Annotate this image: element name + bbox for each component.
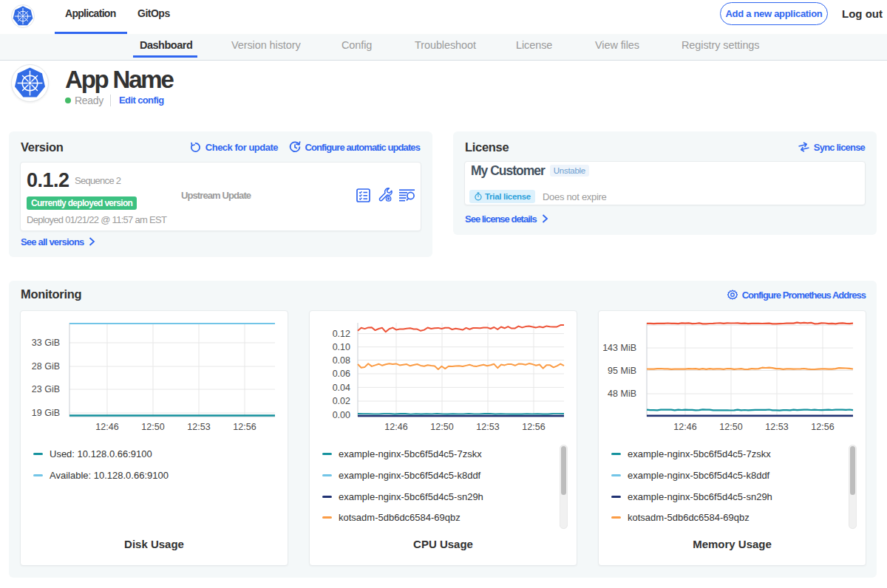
svg-text:0.06: 0.06: [333, 369, 350, 379]
svg-text:12:50: 12:50: [719, 422, 742, 432]
svg-text:12:53: 12:53: [187, 422, 210, 432]
svg-text:28 GiB: 28 GiB: [32, 361, 60, 372]
svg-text:12:53: 12:53: [476, 422, 499, 432]
svg-text:12:50: 12:50: [430, 422, 453, 432]
svg-text:0.08: 0.08: [333, 355, 350, 366]
svg-text:48 MiB: 48 MiB: [608, 389, 636, 399]
svg-text:19 GiB: 19 GiB: [32, 408, 60, 418]
svg-text:12:56: 12:56: [522, 422, 545, 432]
svg-text:33 GiB: 33 GiB: [32, 338, 60, 348]
svg-text:12:53: 12:53: [765, 422, 788, 432]
svg-text:12:56: 12:56: [811, 422, 834, 432]
svg-text:95 MiB: 95 MiB: [608, 366, 636, 376]
svg-text:0.00: 0.00: [333, 410, 350, 420]
svg-text:12:46: 12:46: [384, 422, 407, 432]
svg-text:12:50: 12:50: [141, 422, 164, 432]
svg-text:12:46: 12:46: [673, 422, 696, 432]
svg-text:0.04: 0.04: [333, 383, 350, 393]
svg-text:12:56: 12:56: [233, 422, 256, 432]
svg-text:12:46: 12:46: [95, 422, 118, 432]
svg-text:23 GiB: 23 GiB: [32, 384, 60, 394]
svg-text:143 MiB: 143 MiB: [602, 343, 636, 353]
svg-text:0.10: 0.10: [333, 342, 350, 352]
svg-text:0.02: 0.02: [333, 396, 350, 406]
svg-text:0.12: 0.12: [333, 329, 350, 339]
